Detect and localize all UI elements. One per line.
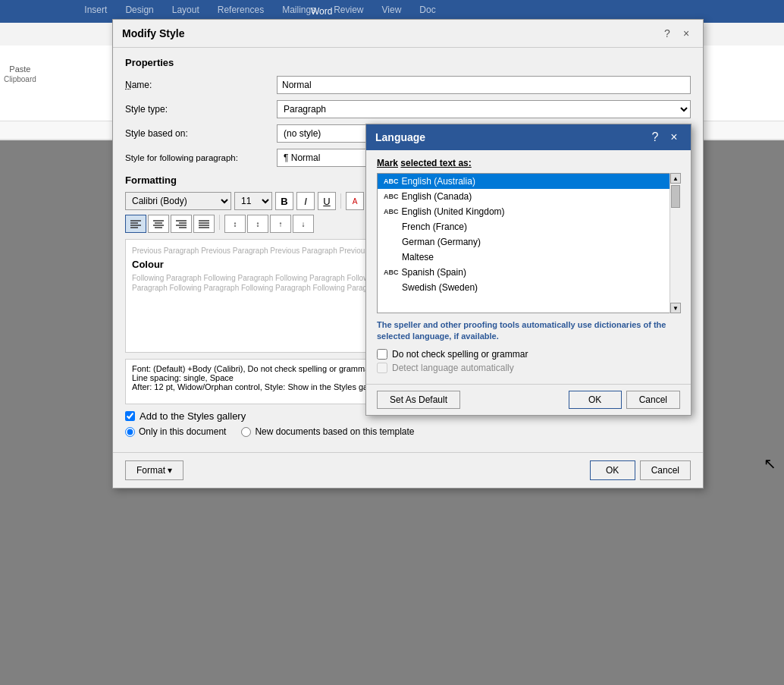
- language-close-icon[interactable]: ×: [666, 130, 682, 144]
- scroll-up-arrow[interactable]: ▲: [670, 173, 681, 184]
- new-docs-label: New documents based on this template: [255, 426, 414, 437]
- scroll-down-arrow[interactable]: ▼: [670, 303, 681, 313]
- lang-item-7[interactable]: Swedish (Sweden): [378, 280, 679, 295]
- align-right-button[interactable]: [171, 215, 192, 233]
- speller-note: The speller and other proofing tools aut…: [377, 319, 680, 343]
- format-dropdown-icon: ▾: [168, 465, 172, 476]
- language-cancel-button[interactable]: Cancel: [626, 391, 680, 409]
- abc-icon-6: ABC: [384, 269, 399, 276]
- add-to-styles-checkbox[interactable]: [125, 411, 135, 421]
- spacing-decrease-button[interactable]: ↕: [224, 215, 246, 233]
- lang-item-3[interactable]: French (France): [378, 219, 679, 234]
- format-button-label: Format: [136, 465, 165, 476]
- format-btn-container: Format ▾: [125, 460, 183, 480]
- lang-name-6: Spanish (Spain): [402, 267, 466, 278]
- mark-text: Mark: [377, 158, 398, 168]
- lang-item-6[interactable]: ABC Spanish (Spain): [378, 265, 679, 280]
- align-center-button[interactable]: [148, 215, 169, 233]
- modify-style-ok-button[interactable]: OK: [590, 460, 635, 480]
- mark-label: Mark selected text as:: [377, 158, 680, 168]
- abc-icon-1: ABC: [384, 193, 399, 200]
- style-following-label: Style for following paragraph:: [125, 153, 277, 162]
- style-type-row: Style type: Paragraph: [125, 100, 691, 118]
- language-list[interactable]: ABC English (Australia) ABC English (Can…: [377, 173, 680, 313]
- language-ok-cancel: OK Cancel: [569, 391, 680, 409]
- font-color-button[interactable]: A: [346, 192, 364, 210]
- abc-icon-0: ABC: [384, 178, 399, 185]
- spacing-before-button[interactable]: ↑: [270, 215, 291, 233]
- paste-btn[interactable]: Paste: [9, 64, 30, 74]
- do-not-check-checkbox[interactable]: [377, 349, 387, 360]
- lang-item-0[interactable]: ABC English (Australia): [378, 174, 679, 189]
- modify-style-title: Modify Style: [122, 27, 184, 39]
- spacing-after-button[interactable]: ↓: [293, 215, 314, 233]
- detect-language-checkbox[interactable]: [377, 363, 387, 373]
- underline-button[interactable]: U: [318, 192, 336, 210]
- clipboard-group: Paste Clipboard: [4, 49, 36, 83]
- abc-icon-2: ABC: [384, 208, 399, 215]
- name-row: Name:: [125, 76, 691, 94]
- add-to-styles-label: Add to the Styles gallery: [140, 410, 246, 422]
- scope-radio-row: Only in this document New documents base…: [125, 426, 691, 437]
- name-label: Name:: [125, 80, 277, 90]
- lang-name-4: German (Germany): [402, 237, 481, 247]
- footer-ok-cancel: OK Cancel: [590, 460, 691, 480]
- language-help-icon[interactable]: ?: [648, 130, 663, 144]
- mark-label-rest: selected text as:: [400, 158, 471, 168]
- only-in-doc-label: Only in this document: [139, 426, 226, 437]
- detect-language-label: Detect language automatically: [392, 363, 514, 373]
- language-body: Mark selected text as: ABC English (Aust…: [366, 150, 691, 384]
- properties-section-title: Properties: [125, 57, 691, 68]
- mouse-cursor: ↖: [764, 454, 776, 473]
- lang-list-scrollbar[interactable]: ▲ ▼: [670, 173, 680, 313]
- speller-note-highlight: automatically: [522, 320, 575, 329]
- language-title-bar: Language ? ×: [366, 124, 691, 150]
- language-list-container: ABC English (Australia) ABC English (Can…: [377, 173, 680, 313]
- scroll-thumb: [671, 185, 680, 208]
- lang-name-2: English (United Kingdom): [402, 206, 505, 217]
- language-title-icons: ? ×: [648, 130, 682, 144]
- font-family-select[interactable]: Calibri (Body): [125, 192, 231, 210]
- tab-insert[interactable]: Insert: [75, 0, 116, 23]
- language-dialog: Language ? × Mark selected text as: ABC …: [365, 124, 691, 416]
- clipboard-label: Clipboard: [4, 75, 36, 83]
- lang-item-4[interactable]: German (Germany): [378, 234, 679, 250]
- align-divider: [219, 215, 220, 230]
- do-not-check-label: Do not check spelling or grammar: [392, 349, 528, 360]
- language-title: Language: [375, 131, 425, 143]
- lang-name-7: Swedish (Sweden): [402, 282, 478, 293]
- spacing-increase-button[interactable]: ↕: [247, 215, 268, 233]
- speller-note-text: The speller and other proofing tools: [377, 320, 519, 329]
- align-justify-button[interactable]: [193, 215, 215, 233]
- modify-style-title-icons: ? ×: [660, 26, 694, 41]
- bold-button[interactable]: B: [275, 192, 293, 210]
- language-footer: Set As Default OK Cancel: [366, 384, 691, 415]
- lang-name-5: Maltese: [402, 252, 434, 262]
- only-in-doc-radio[interactable]: [125, 427, 135, 437]
- set-as-default-button[interactable]: Set As Default: [377, 391, 460, 409]
- new-docs-radio[interactable]: [241, 427, 251, 437]
- italic-button[interactable]: I: [296, 192, 315, 210]
- name-label-text: ame:: [132, 80, 152, 90]
- language-ok-button[interactable]: OK: [569, 391, 622, 409]
- style-based-on-label: Style based on:: [125, 128, 277, 139]
- modify-style-title-bar: Modify Style ? ×: [113, 20, 703, 48]
- style-type-select[interactable]: Paragraph: [277, 100, 691, 118]
- lang-name-3: French (France): [402, 222, 467, 232]
- name-input[interactable]: [277, 76, 691, 94]
- format-button[interactable]: Format ▾: [125, 460, 183, 480]
- style-type-label: Style type:: [125, 104, 277, 115]
- new-docs-option: New documents based on this template: [241, 426, 414, 437]
- lang-item-2[interactable]: ABC English (United Kingdom): [378, 204, 679, 219]
- lang-name-1: English (Canada): [402, 191, 472, 202]
- modify-style-cancel-button[interactable]: Cancel: [640, 460, 691, 480]
- align-left-button[interactable]: [125, 215, 146, 233]
- do-not-check-row: Do not check spelling or grammar: [377, 349, 680, 360]
- only-in-doc-option: Only in this document: [125, 426, 226, 437]
- modify-style-close-icon[interactable]: ×: [679, 26, 694, 41]
- detect-language-row: Detect language automatically: [377, 363, 680, 373]
- lang-item-5[interactable]: Maltese: [378, 250, 679, 265]
- lang-item-1[interactable]: ABC English (Canada): [378, 189, 679, 204]
- font-size-select[interactable]: 11: [234, 192, 272, 210]
- modify-style-help-icon[interactable]: ?: [660, 26, 675, 41]
